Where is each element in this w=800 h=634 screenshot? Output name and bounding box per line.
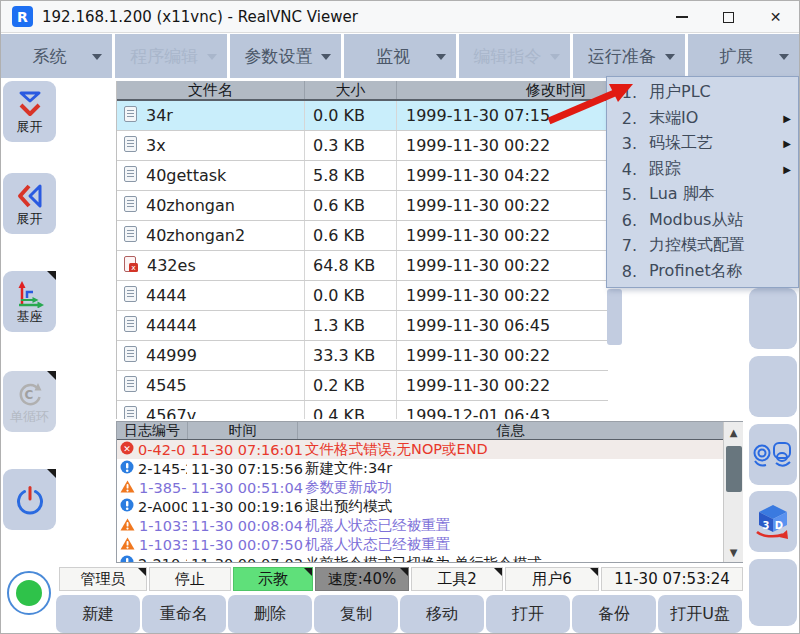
- log-row[interactable]: 2-210-211-30 00:07:03当前指令模式已切换为 单行指令模式: [117, 554, 723, 563]
- expand-left-icon: [15, 182, 45, 210]
- menu-option-number: 4.: [607, 160, 637, 179]
- file-row[interactable]: 4567v0.4 KB1999-12-01 06:43: [117, 401, 608, 419]
- action-button-重命名[interactable]: 重命名: [142, 595, 226, 633]
- close-button[interactable]: ✕: [752, 1, 799, 33]
- file-name-cell: x432es: [117, 251, 304, 280]
- log-id-cell: 2-210-2: [117, 554, 187, 563]
- file-row[interactable]: 40gettask5.8 KB1999-11-30 04:22: [117, 161, 608, 191]
- scroll-up-icon[interactable]: ▲: [724, 424, 743, 440]
- chevron-down-icon: [550, 54, 560, 65]
- log-id-cell: 1-1033-3: [117, 535, 187, 554]
- file-icon: [124, 106, 137, 126]
- log-row[interactable]: 2-A000-011-30 00:19:16退出预约模式: [117, 497, 723, 516]
- file-row[interactable]: 44440.0 KB1999-11-30 00:22: [117, 281, 608, 311]
- realvnc-logo-icon: R: [12, 6, 33, 27]
- file-size: 64.8 KB: [304, 251, 396, 280]
- file-size: 33.3 KB: [304, 341, 396, 370]
- column-header-size[interactable]: 大小: [304, 81, 396, 99]
- log-scrollbar[interactable]: ▲ ▼: [723, 422, 743, 562]
- menu-option-number: 3.: [607, 134, 637, 153]
- status-mode[interactable]: 示教: [233, 567, 313, 591]
- menu-item-param-settings[interactable]: 参数设置: [230, 34, 341, 78]
- file-name: 40gettask: [146, 166, 226, 185]
- minimize-button[interactable]: [658, 1, 705, 33]
- annotation-arrow: [541, 79, 641, 129]
- file-size: 0.6 KB: [304, 191, 396, 220]
- menu-option-number: 7.: [607, 236, 637, 255]
- menu-item-extension[interactable]: 扩展: [688, 34, 799, 78]
- file-modified: 1999-11-30 06:45: [396, 311, 608, 340]
- log-row[interactable]: 2-145-211-30 07:15:56新建文件:34r: [117, 459, 723, 478]
- log-id-cell: 1-385-1: [117, 478, 187, 497]
- status-speed[interactable]: 速度:40%: [315, 567, 409, 591]
- file-row[interactable]: 45450.2 KB1999-11-30 00:22: [117, 371, 608, 401]
- action-button-删除[interactable]: 删除: [228, 595, 312, 633]
- action-button-打开[interactable]: 打开: [486, 595, 570, 633]
- log-row[interactable]: 1-385-111-30 00:51:04参数更新成功: [117, 478, 723, 497]
- chevron-down-icon: [436, 54, 446, 65]
- file-row[interactable]: 34r0.0 KB1999-11-30 07:15: [117, 101, 608, 131]
- status-indicator[interactable]: [7, 571, 51, 615]
- action-button-移动[interactable]: 移动: [400, 595, 484, 633]
- toolbar-expand-left[interactable]: 展开: [3, 173, 56, 234]
- action-button-复制[interactable]: 复制: [314, 595, 398, 633]
- file-icon: [124, 166, 137, 186]
- file-size: 5.8 KB: [304, 161, 396, 190]
- log-row[interactable]: ✕0-42-011-30 07:16:01文件格式错误,无NOP或END: [117, 440, 723, 459]
- file-row[interactable]: 40zhongan0.6 KB1999-11-30 00:22: [117, 191, 608, 221]
- action-button-备份[interactable]: 备份: [572, 595, 656, 633]
- column-header-log-time[interactable]: 时间: [187, 422, 297, 439]
- action-button-打开U盘[interactable]: 打开U盘: [658, 595, 742, 633]
- log-message: 参数更新成功: [297, 478, 723, 497]
- scroll-down-icon[interactable]: ▼: [724, 544, 743, 560]
- toolbar-pendant[interactable]: [749, 424, 797, 485]
- file-row[interactable]: 4499933.3 KB1999-11-30 00:22: [117, 341, 608, 371]
- submenu-arrow-icon: ▶: [783, 164, 791, 175]
- menu-option-Lua 脚本[interactable]: 5.Lua 脚本: [607, 182, 798, 208]
- toolbar-blank-2[interactable]: [749, 356, 797, 417]
- column-header-log-id[interactable]: 日志编号: [117, 422, 187, 439]
- menu-item-label: 参数设置: [245, 45, 313, 68]
- menu-option-码垛工艺[interactable]: 3.码垛工艺▶: [607, 131, 798, 157]
- file-modified: 1999-11-30 00:22: [396, 341, 608, 370]
- log-row[interactable]: 1-1033-311-30 00:07:50机器人状态已经被重置: [117, 535, 723, 554]
- file-row[interactable]: 444441.3 KB1999-11-30 06:45: [117, 311, 608, 341]
- file-row[interactable]: 40zhongan20.6 KB1999-11-30 00:22: [117, 221, 608, 251]
- menu-option-力控模式配置[interactable]: 7.力控模式配置: [607, 233, 798, 259]
- action-button-新建[interactable]: 新建: [56, 595, 140, 633]
- file-size: 0.2 KB: [304, 371, 396, 400]
- status-tool[interactable]: 工具2: [411, 567, 503, 591]
- svg-text:x: x: [131, 263, 136, 272]
- maximize-button[interactable]: [705, 1, 752, 33]
- menu-option-Profinet名称[interactable]: 8.Profinet名称: [607, 259, 798, 285]
- status-user-frame[interactable]: 用户6: [505, 567, 599, 591]
- log-row[interactable]: 1-1033-311-30 00:08:04机器人状态已经被重置: [117, 516, 723, 535]
- single-cycle-icon: C: [15, 380, 45, 408]
- column-header-filename[interactable]: 文件名: [117, 81, 304, 99]
- toolbar-blank-3[interactable]: [749, 559, 797, 626]
- toolbar-power[interactable]: [3, 469, 56, 530]
- column-header-log-message[interactable]: 信息: [297, 422, 723, 439]
- file-name: 432es: [147, 256, 196, 275]
- file-row[interactable]: x432es64.8 KB1999-11-30 00:22: [117, 251, 608, 281]
- toolbar-expand-down[interactable]: 展开: [3, 81, 56, 142]
- menu-item-system[interactable]: 系统: [1, 34, 112, 78]
- pendant-icon: [752, 438, 794, 472]
- log-scrollbar-thumb[interactable]: [726, 446, 742, 492]
- toolbar-base-frame[interactable]: 基座: [3, 271, 56, 332]
- file-icon: [124, 226, 137, 246]
- status-clock[interactable]: 11-30 07:53:24: [601, 567, 743, 591]
- menu-item-run-prepare[interactable]: 运行准备: [573, 34, 684, 78]
- file-size: 0.6 KB: [304, 221, 396, 250]
- status-run-state[interactable]: 停止: [149, 567, 231, 591]
- status-user-level[interactable]: 管理员: [59, 567, 147, 591]
- log-time: 11-30 00:07:50: [187, 535, 297, 554]
- menu-option-Modbus从站[interactable]: 6.Modbus从站: [607, 208, 798, 234]
- menu-option-跟踪[interactable]: 4.跟踪▶: [607, 157, 798, 183]
- menu-option-label: 末端IO: [649, 108, 698, 129]
- toolbar-view-3d[interactable]: 3D: [749, 491, 797, 552]
- menu-item-monitor[interactable]: 监视: [344, 34, 455, 78]
- toolbar-blank-1[interactable]: [749, 288, 797, 349]
- file-row[interactable]: 3x0.3 KB1999-11-30 00:22: [117, 131, 608, 161]
- file-table-scrollbar-thumb[interactable]: [607, 289, 622, 345]
